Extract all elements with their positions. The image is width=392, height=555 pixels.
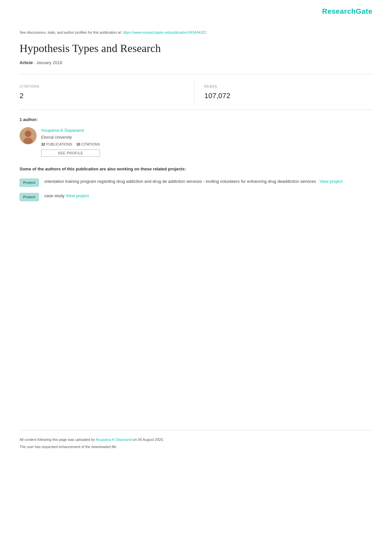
divider-top <box>20 74 372 74</box>
author-name-link[interactable]: Anupama.K Dayanand <box>41 127 100 134</box>
footer-notice: The user has requested enhancement of th… <box>20 444 372 450</box>
publications-label: PUBLICATIONS <box>46 142 72 146</box>
author-citations-label: CITATIONS <box>81 142 100 146</box>
notice-text-before: See discussions, stats, and author profi… <box>20 30 123 34</box>
project-text-1: orientation training program regarding d… <box>44 178 342 185</box>
footer-section: All content following this page was uplo… <box>20 430 372 450</box>
reads-box: READS 107,072 <box>195 79 373 104</box>
related-projects-title: Some of the authors of this publication … <box>20 166 372 172</box>
article-meta: Article · January 2018 <box>20 60 372 66</box>
view-project-link-1[interactable]: View project <box>319 179 343 184</box>
article-date: January 2018 <box>36 60 62 65</box>
reads-label: READS <box>204 84 373 89</box>
reads-value: 107,072 <box>204 90 373 101</box>
article-title: Hypothesis Types and Research <box>20 42 372 55</box>
author-stats: 32 PUBLICATIONS 10 CITATIONS <box>41 142 100 147</box>
see-profile-button[interactable]: SEE PROFILE <box>41 149 100 157</box>
project-text-2: case study View project <box>44 193 89 199</box>
header: ResearchGate <box>20 0 372 20</box>
citations-box: CITATIONS 2 <box>20 79 195 104</box>
citations-label: CITATIONS <box>20 84 188 89</box>
citations-value: 2 <box>20 90 188 101</box>
brand-logo: ResearchGate <box>322 6 372 17</box>
author-card: Anupama.K Dayanand Eternal University 32… <box>20 127 372 157</box>
project-badge-1: Project <box>20 179 39 187</box>
divider-middle <box>20 110 372 110</box>
authors-section: 1 author: Anupama.K Dayanand Eternal Uni… <box>20 116 372 157</box>
footer-uploader-link[interactable]: Anupama.K Dayanand <box>96 438 132 442</box>
authors-label: 1 author: <box>20 116 372 123</box>
author-university: Eternal University <box>41 134 100 140</box>
publications-count: 32 <box>41 142 45 146</box>
project-item-1: Project orientation training program reg… <box>20 178 372 187</box>
author-avatar <box>20 127 37 144</box>
project-badge-2: Project <box>20 193 39 201</box>
author-info: Anupama.K Dayanand Eternal University 32… <box>41 127 100 157</box>
project-description-2: case study <box>44 193 64 198</box>
footer-upload-text: All content following this page was uplo… <box>20 437 372 442</box>
author-citations-count: 10 <box>76 142 80 146</box>
article-type: Article <box>20 60 33 65</box>
svg-point-2 <box>24 138 33 144</box>
view-project-link-2[interactable]: View project <box>66 193 89 198</box>
project-item-2: Project case study View project <box>20 193 372 201</box>
svg-point-3 <box>27 132 29 133</box>
stats-row: CITATIONS 2 READS 107,072 <box>20 79 372 104</box>
footer-after: on 05 August 2020. <box>133 438 164 442</box>
top-notice: See discussions, stats, and author profi… <box>20 30 372 35</box>
related-projects-section: Some of the authors of this publication … <box>20 166 372 201</box>
footer-before: All content following this page was uplo… <box>20 438 96 442</box>
project-description-1: orientation training program regarding d… <box>44 179 318 184</box>
publication-link[interactable]: https://www.researchgate.net/publication… <box>123 30 206 34</box>
svg-point-1 <box>25 130 31 137</box>
